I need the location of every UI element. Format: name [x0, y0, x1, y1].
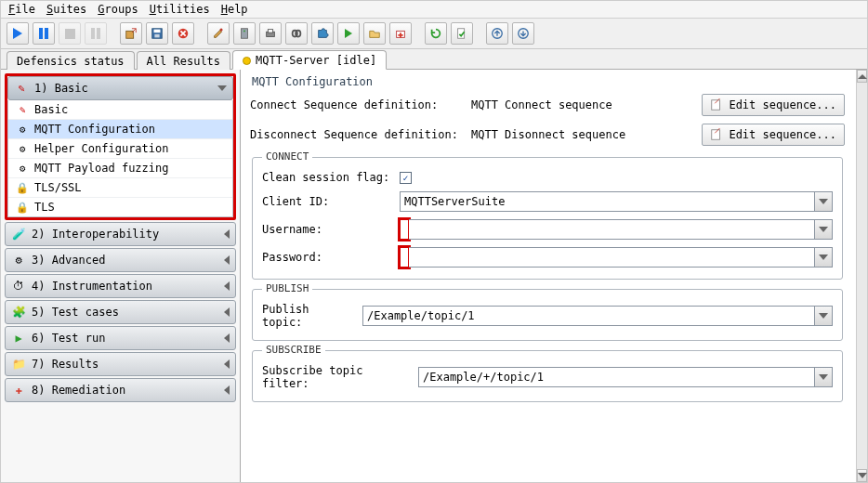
sidebar: ✎ 1) Basic ✎ Basic ⚙ MQTT Configuration … — [1, 70, 241, 482]
tab-defensics-status[interactable]: Defensics status — [7, 51, 135, 70]
clean-session-checkbox[interactable]: ✓ — [400, 172, 412, 184]
edit-icon — [710, 128, 723, 141]
menu-groups[interactable]: Groups — [98, 3, 138, 16]
svg-rect-3 — [154, 34, 159, 38]
tree-item-tls[interactable]: 🔒 TLS — [8, 197, 232, 216]
toolbar-btn-16[interactable] — [425, 22, 447, 45]
group-legend: CONNECT — [262, 150, 312, 163]
chevron-down-icon — [819, 199, 828, 204]
username-label: Username: — [262, 223, 392, 236]
panel-title: MQTT Configuration — [248, 75, 847, 90]
edit-icon — [212, 27, 225, 40]
toolbar-btn-19[interactable] — [512, 22, 534, 45]
username-field[interactable] — [400, 219, 833, 240]
puzzle-icon — [316, 27, 329, 40]
play-icon: ▶ — [11, 331, 26, 346]
svg-rect-2 — [154, 30, 161, 33]
section-interoperability[interactable]: 🧪 2) Interoperability — [5, 222, 236, 246]
edit-connect-seq-button[interactable]: Edit sequence... — [702, 94, 845, 116]
dropdown-button[interactable] — [814, 219, 833, 240]
gauge-icon: ⏱ — [11, 279, 26, 294]
dropdown-button[interactable] — [814, 191, 833, 212]
clean-session-label: Clean session flag: — [262, 171, 392, 184]
section-advanced[interactable]: ⚙ 3) Advanced — [5, 248, 236, 272]
scroll-up-button[interactable] — [857, 70, 867, 83]
client-id-field[interactable]: MQTTServerSuite — [400, 191, 833, 212]
scroll-down-button[interactable] — [857, 469, 867, 482]
toolbar-btn-17[interactable] — [451, 22, 473, 45]
section-label: 1) Basic — [34, 82, 88, 95]
menu-suites[interactable]: Suites — [46, 3, 86, 16]
client-id-label: Client ID: — [262, 195, 392, 208]
section-label: 8) Remediation — [32, 384, 125, 397]
link-icon — [290, 27, 303, 40]
toolbar-btn-10[interactable] — [259, 22, 282, 45]
folder-icon — [368, 27, 381, 40]
toolbar-btn-11[interactable] — [285, 22, 308, 45]
menu-file[interactable]: File — [8, 3, 35, 16]
lock-icon: 🔒 — [16, 181, 29, 194]
chevron-up-icon — [858, 74, 867, 79]
toolbar-btn-8[interactable] — [207, 22, 230, 45]
section-remediation[interactable]: ✚ 8) Remediation — [5, 378, 236, 402]
menu-utilities[interactable]: Utilities — [150, 3, 210, 16]
section-test-cases[interactable]: 🧩 5) Test cases — [5, 300, 236, 324]
medkit-icon — [394, 27, 407, 40]
toolbar-btn-12[interactable] — [311, 22, 334, 45]
tree-item-payload-fuzzing[interactable]: ⚙ MQTT Payload fuzzing — [8, 158, 232, 177]
svg-rect-16 — [712, 100, 720, 111]
toolbar-btn-6[interactable] — [146, 22, 168, 45]
chevron-down-icon — [819, 255, 828, 260]
tree-item-tls-ssl[interactable]: 🔒 TLS/SSL — [8, 177, 232, 197]
edit-disconnect-seq-button[interactable]: Edit sequence... — [702, 124, 845, 146]
stop-button[interactable] — [59, 22, 81, 45]
section-results[interactable]: 📁 7) Results — [5, 352, 236, 376]
connect-group: CONNECT Clean session flag: ✓ Client ID:… — [252, 157, 843, 280]
play-icon — [13, 28, 22, 39]
group-legend: PUBLISH — [262, 282, 312, 294]
edit-icon — [710, 98, 723, 111]
toolbar-btn-5[interactable] — [120, 22, 142, 45]
password-field[interactable] — [400, 247, 833, 268]
section-label: 5) Test cases — [32, 306, 119, 319]
tree-item-mqtt-config[interactable]: ⚙ MQTT Configuration — [8, 119, 232, 138]
run-button[interactable] — [7, 22, 29, 45]
pause-button[interactable] — [33, 22, 55, 45]
toolbar-btn-15[interactable] — [389, 22, 412, 45]
subscribe-filter-field[interactable]: /Example/+/topic/1 — [418, 367, 833, 387]
section-label: 6) Test run — [32, 332, 105, 345]
section-instrumentation[interactable]: ⏱ 4) Instrumentation — [5, 274, 236, 298]
tree-item-helper-config[interactable]: ⚙ Helper Configuration — [8, 138, 232, 158]
tab-mqtt-server[interactable]: MQTT-Server [idle] — [232, 50, 387, 70]
chevron-left-icon — [224, 229, 230, 239]
subscribe-filter-label: Subscribe topic filter: — [262, 364, 411, 390]
toolbar-btn-9[interactable] — [233, 22, 256, 45]
step-button[interactable] — [85, 22, 107, 45]
dropdown-button[interactable] — [814, 306, 833, 326]
chevron-left-icon — [224, 385, 230, 395]
menu-help[interactable]: Help — [221, 3, 248, 16]
menu-bar: File Suites Groups Utilities Help — [1, 1, 867, 19]
stop-icon — [65, 29, 75, 39]
play-small-icon — [345, 29, 352, 38]
chevron-down-icon — [819, 374, 828, 380]
dropdown-button[interactable] — [814, 247, 833, 268]
toolbar-btn-14[interactable] — [363, 22, 386, 45]
tab-all-results[interactable]: All Results — [137, 51, 230, 70]
vertical-scrollbar[interactable] — [856, 70, 867, 482]
disconnect-seq-label: Disconnect Sequence definition: — [250, 128, 464, 141]
connect-seq-label: Connect Sequence definition: — [250, 98, 464, 111]
publish-topic-field[interactable]: /Example/topic/1 — [362, 306, 833, 326]
toolbar-btn-13[interactable] — [337, 22, 360, 45]
config-icon: ⚙ — [16, 123, 29, 136]
toolbar-btn-18[interactable] — [486, 22, 508, 45]
tree-item-basic[interactable]: ✎ Basic — [8, 100, 232, 119]
section-basic[interactable]: ✎ 1) Basic — [7, 76, 233, 100]
step-icon — [91, 28, 100, 39]
toolbar-btn-7[interactable] — [172, 22, 194, 45]
chevron-left-icon — [224, 255, 230, 265]
dropdown-button[interactable] — [814, 367, 833, 387]
edit-icon: ✎ — [16, 103, 29, 116]
section-label: 7) Results — [32, 358, 99, 371]
section-test-run[interactable]: ▶ 6) Test run — [5, 326, 236, 350]
